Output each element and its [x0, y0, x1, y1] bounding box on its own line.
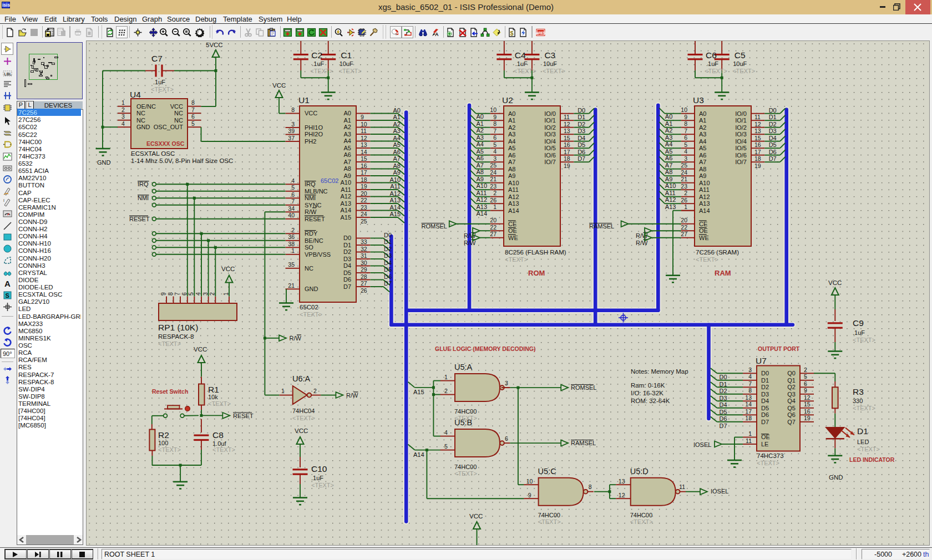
svg-text:A5: A5 [665, 148, 672, 155]
svg-text:1: 1 [291, 247, 295, 254]
svg-text:11: 11 [361, 128, 367, 134]
svg-text:2: 2 [313, 388, 317, 394]
svg-text:A1: A1 [508, 117, 515, 124]
svg-text:10: 10 [526, 478, 533, 485]
svg-text:BE/NC: BE/NC [305, 237, 323, 244]
svg-text:<TEXT>: <TEXT> [630, 518, 653, 525]
svg-text:D5: D5 [343, 269, 351, 276]
svg-text:37: 37 [288, 135, 295, 141]
svg-text:A0: A0 [699, 110, 706, 117]
svg-text:9: 9 [804, 387, 807, 394]
svg-text:.1uF: .1uF [312, 60, 324, 67]
svg-text:LED: LED [857, 439, 869, 445]
svg-text:13: 13 [745, 394, 752, 401]
svg-text:39: 39 [288, 128, 295, 134]
svg-text:A2: A2 [665, 127, 672, 134]
svg-text:U5:B: U5:B [454, 418, 472, 427]
svg-text:A8: A8 [508, 166, 515, 172]
svg-text:A3: A3 [508, 131, 515, 138]
svg-text:C10: C10 [311, 464, 327, 474]
svg-text:22: 22 [361, 197, 367, 203]
svg-text:A: A [4, 279, 11, 288]
svg-text:<TEXT>: <TEXT> [208, 400, 231, 407]
svg-text:330: 330 [853, 398, 863, 404]
svg-text:30: 30 [361, 259, 367, 266]
svg-text:.1uF: .1uF [153, 79, 165, 85]
svg-text:D1: D1 [761, 377, 769, 384]
svg-text:A9: A9 [344, 172, 351, 179]
svg-text:13: 13 [619, 478, 625, 485]
svg-text:11: 11 [564, 114, 570, 120]
svg-text:D5: D5 [578, 141, 585, 148]
svg-text:ROM: ROM [528, 269, 545, 277]
svg-text:A2: A2 [699, 124, 706, 131]
svg-text:25: 25 [681, 162, 687, 169]
svg-text:12: 12 [619, 492, 625, 498]
svg-text:D3: D3 [384, 252, 392, 259]
svg-text:I/O: 16-32K: I/O: 16-32K [631, 390, 663, 396]
svg-text:3: 3 [684, 155, 687, 162]
svg-text:7: 7 [493, 128, 497, 134]
svg-text:A14: A14 [389, 204, 401, 211]
svg-text:A3: A3 [665, 134, 672, 141]
svg-text:ROM: 32-64K: ROM: 32-64K [631, 398, 670, 404]
svg-text:3: 3 [505, 380, 508, 386]
svg-text:2: 2 [804, 366, 807, 373]
svg-text:<TEXT>: <TEXT> [505, 256, 528, 263]
svg-text:OE: OE [508, 227, 517, 234]
svg-text:IO/4: IO/4 [735, 138, 747, 145]
svg-text:<TEXT>: <TEXT> [151, 86, 174, 93]
svg-text:9: 9 [528, 492, 531, 498]
svg-text:8C256 (FLASH RAM): 8C256 (FLASH RAM) [505, 249, 566, 256]
svg-text:5: 5 [444, 443, 448, 450]
svg-text:5: 5 [191, 120, 195, 127]
svg-text:2: 2 [493, 190, 497, 196]
svg-text:A7: A7 [665, 162, 672, 169]
svg-text:14: 14 [745, 401, 752, 408]
svg-text:D4: D4 [578, 135, 585, 141]
svg-text:4: 4 [493, 148, 497, 155]
svg-text:<TEXT>: <TEXT> [853, 405, 875, 411]
svg-text:.1uF: .1uF [706, 60, 718, 67]
svg-text:LE: LE [761, 441, 768, 447]
svg-text:A3: A3 [699, 131, 706, 138]
svg-text:A7: A7 [699, 159, 706, 165]
svg-text:GLUE LOGIC (MEMORY DECODING): GLUE LOGIC (MEMORY DECODING) [435, 345, 535, 352]
svg-text:12: 12 [564, 121, 570, 128]
svg-text:IO/3: IO/3 [544, 131, 556, 138]
svg-text:9: 9 [361, 114, 364, 120]
svg-text:6: 6 [804, 380, 807, 387]
svg-text:2: 2 [209, 292, 215, 296]
svg-text:NMI: NMI [138, 195, 149, 201]
svg-text:C8: C8 [212, 430, 224, 440]
svg-text:U5:C: U5:C [538, 467, 556, 476]
svg-text:D3: D3 [343, 256, 351, 262]
svg-text:C9: C9 [853, 318, 864, 328]
svg-text:VCC: VCC [170, 103, 183, 110]
svg-text:IO/2: IO/2 [544, 124, 556, 131]
svg-text:D5: D5 [761, 405, 769, 411]
svg-text:U7: U7 [756, 356, 767, 365]
svg-text:VCC: VCC [305, 110, 317, 116]
svg-text:GND: GND [136, 124, 150, 130]
svg-text:RAM: RAM [715, 269, 731, 277]
svg-text:1.0uf: 1.0uf [212, 440, 226, 447]
svg-text:C1: C1 [341, 50, 352, 60]
svg-text:A13: A13 [508, 200, 519, 207]
svg-text:18: 18 [564, 155, 570, 162]
svg-text:4: 4 [121, 120, 125, 127]
svg-text:A1: A1 [699, 117, 706, 124]
svg-text:5VCC: 5VCC [206, 42, 223, 48]
svg-text:A3: A3 [344, 131, 351, 138]
svg-text:9: 9 [493, 114, 497, 120]
svg-text:7: 7 [191, 106, 195, 113]
svg-text:<TEXT>: <TEXT> [212, 446, 235, 453]
svg-text:VCC: VCC [194, 346, 207, 353]
svg-text:U6:A: U6:A [292, 374, 311, 383]
svg-text:25: 25 [490, 162, 497, 169]
svg-text:21: 21 [288, 282, 295, 289]
svg-text:1: 1 [281, 388, 285, 394]
svg-text:<TEXT>: <TEXT> [311, 482, 334, 488]
svg-text:.1uF: .1uF [853, 329, 865, 336]
svg-text:D0: D0 [720, 374, 727, 380]
